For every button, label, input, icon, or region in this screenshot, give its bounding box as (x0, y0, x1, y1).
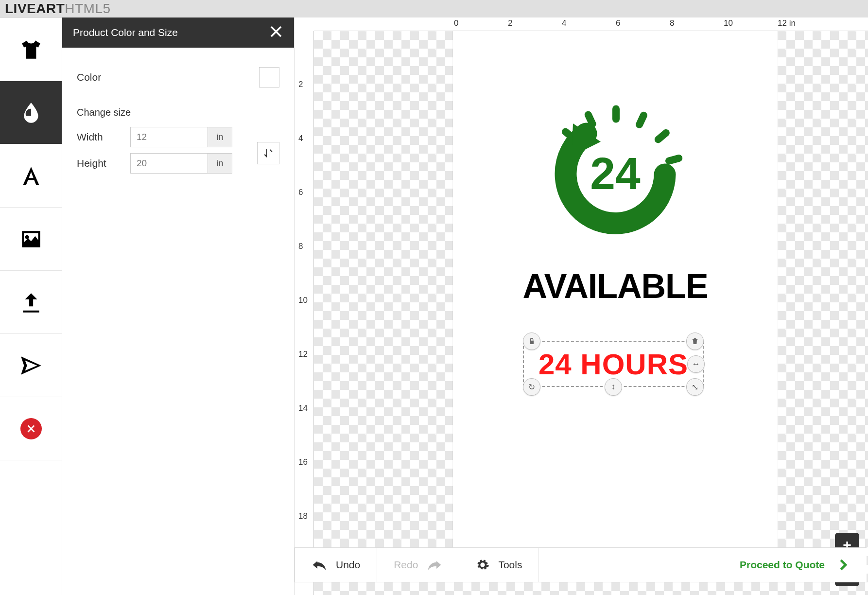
tool-text[interactable] (0, 144, 62, 208)
height-label: Height (77, 158, 130, 169)
undo-label: Undo (336, 559, 360, 571)
width-input[interactable] (130, 127, 208, 147)
ruler-v-tick: 4 (298, 134, 303, 143)
handle-resize-corner[interactable]: ⤡ (686, 378, 704, 396)
tshirt-icon (19, 37, 43, 62)
ruler-v-tick: 10 (298, 296, 308, 305)
ruler-h-unit: 12 in (778, 18, 796, 28)
paper-plane-icon (19, 353, 43, 378)
tool-clear[interactable] (0, 397, 62, 460)
footer-spacer (539, 548, 720, 582)
design-content: 24 AVAILABLE (453, 102, 778, 306)
tool-send[interactable] (0, 334, 62, 397)
redo-label: Redo (394, 559, 418, 571)
ruler-v-tick: 8 (298, 242, 303, 251)
handle-rotate[interactable]: ↻ (523, 378, 540, 396)
proceed-to-quote-button[interactable]: Proceed to Quote (720, 548, 867, 582)
ruler-vertical: 2 4 6 8 10 12 14 16 18 20 (295, 31, 314, 595)
chevron-right-icon (839, 559, 847, 571)
ruler-v-tick: 18 (298, 511, 308, 521)
trash-icon (691, 337, 699, 345)
tool-color[interactable] (0, 81, 62, 144)
tool-upload[interactable] (0, 271, 62, 334)
width-label: Width (77, 131, 130, 143)
title-bold: LIVEART (5, 1, 65, 16)
undo-icon (312, 559, 327, 571)
ruler-h-tick: 6 (616, 18, 620, 28)
tool-product[interactable] (0, 18, 62, 81)
image-icon (19, 227, 43, 251)
text-icon (19, 164, 43, 188)
canvas-background[interactable]: 24 AVAILABLE 24 HOURS ↔ ↻ ↕ ⤡ (314, 31, 868, 595)
ruler-v-tick: 6 (298, 188, 303, 197)
ruler-h-tick: 4 (562, 18, 566, 28)
svg-rect-2 (653, 128, 671, 145)
ruler-v-tick: 12 (298, 350, 308, 359)
drop-icon (19, 101, 43, 125)
circle-24-graphic[interactable]: 24 (542, 102, 688, 247)
close-icon (269, 24, 283, 39)
quote-label: Proceed to Quote (740, 559, 825, 571)
redo-button[interactable]: Redo (377, 548, 459, 582)
height-input[interactable] (130, 153, 208, 174)
handle-resize-v[interactable]: ↕ (605, 378, 622, 396)
gear-icon (476, 558, 489, 572)
height-unit: in (208, 153, 232, 174)
svg-text:24: 24 (590, 148, 641, 199)
tools-label: Tools (498, 559, 522, 571)
title-light: HTML5 (65, 1, 110, 16)
width-unit: in (208, 127, 232, 147)
selection-box[interactable]: 24 HOURS ↔ ↻ ↕ ⤡ (523, 332, 704, 396)
svg-rect-3 (664, 154, 683, 165)
svg-rect-1 (635, 110, 649, 129)
panel-product-color-size: Product Color and Size Color Change size… (62, 18, 295, 595)
svg-rect-0 (612, 105, 620, 123)
ruler-h-tick: 0 (454, 18, 458, 28)
ruler-h-tick: 10 (724, 18, 733, 28)
ruler-horizontal: 0 2 4 6 8 10 12 in (314, 18, 868, 31)
canvas-area: 0 2 4 6 8 10 12 in 2 4 6 8 10 12 14 16 1… (295, 18, 868, 595)
artboard[interactable]: 24 AVAILABLE 24 HOURS ↔ ↻ ↕ ⤡ (453, 31, 778, 573)
tools-button[interactable]: Tools (459, 548, 539, 582)
redo-icon (427, 559, 442, 571)
footer-toolbar: Undo Redo Tools Proceed to Quote (295, 547, 867, 582)
upload-icon (19, 290, 43, 315)
panel-header: Product Color and Size (62, 18, 294, 48)
color-label: Color (77, 71, 259, 83)
ruler-h-tick: 2 (508, 18, 512, 28)
panel-close-button[interactable] (269, 24, 283, 41)
panel-title: Product Color and Size (73, 27, 178, 38)
text-available[interactable]: AVAILABLE (453, 267, 778, 306)
clear-icon (20, 418, 42, 439)
change-size-label: Change size (77, 107, 279, 118)
tool-image[interactable] (0, 208, 62, 271)
sidebar-tools (0, 18, 62, 595)
ruler-v-tick: 2 (298, 80, 303, 89)
ruler-v-tick: 14 (298, 403, 308, 413)
lock-icon (528, 337, 536, 345)
handle-resize-h[interactable]: ↔ (687, 355, 705, 373)
handle-lock[interactable] (523, 332, 540, 350)
ruler-h-tick: 8 (670, 18, 674, 28)
ruler-v-tick: 16 (298, 457, 308, 467)
handle-delete[interactable] (686, 332, 704, 350)
color-swatch[interactable] (259, 67, 279, 88)
swap-icon (262, 147, 274, 159)
swap-dimensions-button[interactable] (257, 142, 279, 164)
app-title: LIVEARTHTML5 (0, 0, 868, 18)
undo-button[interactable]: Undo (295, 548, 377, 582)
